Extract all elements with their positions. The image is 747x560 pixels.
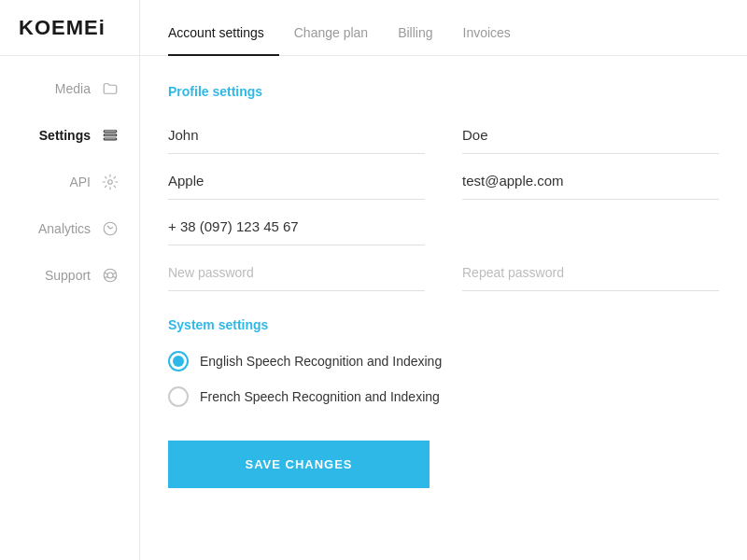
- tab-invoices[interactable]: Invoices: [448, 25, 526, 55]
- radio-option-english[interactable]: English Speech Recognition and Indexing: [168, 351, 719, 371]
- sidebar-item-settings[interactable]: Settings: [0, 112, 139, 159]
- svg-point-3: [108, 180, 113, 185]
- phone-row: [168, 209, 719, 249]
- new-password-input[interactable]: [168, 264, 425, 280]
- svg-point-6: [107, 273, 113, 278]
- sidebar: KOEMEi Media Settings API: [0, 0, 140, 560]
- system-settings-section: System settings English Speech Recogniti…: [168, 317, 719, 407]
- sidebar-label-media: Media: [55, 81, 91, 96]
- new-password-field: [168, 255, 425, 291]
- email-input[interactable]: [462, 173, 719, 189]
- tab-change-plan[interactable]: Change plan: [279, 25, 383, 55]
- sidebar-label-support: Support: [45, 268, 91, 283]
- tab-billing[interactable]: Billing: [383, 25, 447, 55]
- svg-line-7: [105, 273, 107, 273]
- save-changes-button[interactable]: SAVE CHANGES: [168, 441, 430, 488]
- sidebar-item-analytics[interactable]: Analytics: [0, 205, 139, 252]
- svg-rect-0: [104, 131, 117, 133]
- tabs-bar: Account settings Change plan Billing Inv…: [140, 0, 747, 56]
- last-name-field: [462, 118, 719, 154]
- phone-input[interactable]: [168, 218, 425, 234]
- folder-icon: [100, 78, 120, 99]
- company-field: [168, 163, 425, 200]
- repeat-password-field: [462, 255, 719, 291]
- sidebar-label-settings: Settings: [39, 128, 91, 143]
- radio-option-french[interactable]: French Speech Recognition and Indexing: [168, 386, 719, 407]
- radio-english[interactable]: [168, 351, 189, 371]
- radio-french-label: French Speech Recognition and Indexing: [200, 389, 440, 404]
- phone-field: [168, 209, 425, 245]
- main-content: Account settings Change plan Billing Inv…: [140, 0, 747, 560]
- password-row: [168, 255, 719, 295]
- profile-settings-title: Profile settings: [168, 84, 719, 99]
- company-email-row: [168, 163, 719, 203]
- repeat-password-input[interactable]: [462, 264, 719, 280]
- sidebar-item-api[interactable]: API: [0, 159, 139, 205]
- nav-items: Media Settings API: [0, 56, 139, 299]
- api-icon: [100, 172, 120, 192]
- tab-account-settings[interactable]: Account settings: [168, 25, 279, 55]
- svg-line-9: [105, 277, 107, 278]
- svg-point-5: [104, 269, 117, 282]
- profile-settings-section: Profile settings: [168, 84, 719, 295]
- phone-spacer: [462, 209, 719, 245]
- sidebar-item-support[interactable]: Support: [0, 252, 139, 299]
- email-field: [462, 163, 719, 200]
- svg-rect-2: [104, 138, 117, 140]
- content-area: Profile settings: [140, 56, 747, 560]
- sidebar-label-api: API: [69, 175, 91, 189]
- logo: KOEMEi: [0, 0, 139, 56]
- company-input[interactable]: [168, 173, 425, 189]
- first-name-field: [168, 118, 425, 154]
- logo-text: KOEMEi: [19, 16, 106, 40]
- settings-icon: [100, 125, 120, 146]
- last-name-input[interactable]: [462, 127, 719, 143]
- system-settings-title: System settings: [168, 317, 719, 332]
- radio-french[interactable]: [168, 386, 189, 407]
- analytics-icon: [100, 218, 120, 239]
- sidebar-label-analytics: Analytics: [38, 221, 91, 236]
- first-name-input[interactable]: [168, 127, 425, 143]
- name-row: [168, 118, 719, 158]
- svg-rect-1: [104, 134, 117, 136]
- svg-line-8: [113, 273, 116, 273]
- support-icon: [100, 265, 120, 286]
- radio-english-label: English Speech Recognition and Indexing: [200, 354, 442, 369]
- sidebar-item-media[interactable]: Media: [0, 65, 139, 112]
- svg-line-10: [113, 277, 116, 278]
